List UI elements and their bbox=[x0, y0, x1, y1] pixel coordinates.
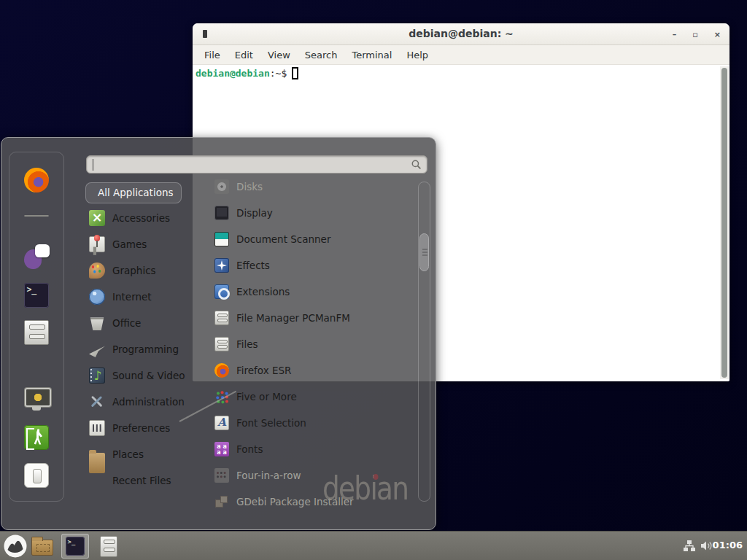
desktop: debian@debian: ~ –▫× FileEditViewSearchT… bbox=[0, 0, 747, 560]
category-recent-files[interactable]: Recent Files bbox=[83, 467, 207, 494]
minimize-button[interactable]: – bbox=[673, 31, 677, 39]
prompt-suffix: :~$ bbox=[270, 68, 287, 79]
programming-icon bbox=[89, 341, 105, 357]
font-selection-icon bbox=[214, 416, 229, 430]
category-games[interactable]: Games bbox=[83, 231, 207, 257]
favorite-file-cabinet[interactable] bbox=[24, 320, 49, 348]
four-in-a-row-icon bbox=[214, 468, 229, 483]
maximize-button[interactable]: ▫ bbox=[692, 31, 697, 39]
terminal-menu-terminal[interactable]: Terminal bbox=[344, 50, 399, 61]
favorite-screensaver[interactable] bbox=[24, 386, 49, 414]
category-internet[interactable]: Internet bbox=[83, 284, 207, 310]
search-input[interactable] bbox=[91, 157, 405, 172]
file-cabinet-icon bbox=[214, 337, 229, 351]
sound-video-icon bbox=[89, 368, 105, 384]
category-label: Places bbox=[112, 448, 144, 460]
app-label: Display bbox=[236, 207, 273, 219]
app-label: Five or More bbox=[236, 391, 297, 402]
category-label: Sound & Video bbox=[112, 370, 185, 381]
favorite-software[interactable] bbox=[24, 206, 49, 219]
category-graphics[interactable]: Graphics bbox=[83, 257, 207, 284]
category-sound-video[interactable]: Sound & Video bbox=[83, 362, 207, 389]
search-icon bbox=[411, 160, 422, 170]
app-item-gdebi-package-installer: GDebi Package Installer bbox=[206, 489, 417, 515]
terminal-menu-view[interactable]: View bbox=[260, 50, 298, 61]
category-accessories[interactable]: Accessories bbox=[83, 205, 207, 231]
category-label: Administration bbox=[112, 396, 185, 408]
app-list: DisksDisplayDocument ScannerEffectsExten… bbox=[206, 174, 417, 518]
file-cabinet-icon bbox=[100, 536, 117, 557]
terminal-scrollbar-thumb[interactable] bbox=[721, 68, 727, 378]
favorite-terminal[interactable] bbox=[24, 283, 49, 311]
terminal-menu-file[interactable]: File bbox=[197, 50, 228, 61]
app-item-effects[interactable]: Effects bbox=[206, 252, 417, 279]
application-menu: All Applications AccessoriesGamesGraphic… bbox=[1, 137, 436, 530]
favorites-column bbox=[9, 152, 64, 502]
accessories-icon bbox=[89, 210, 105, 226]
pidgin-icon bbox=[24, 244, 49, 269]
terminal-menu-edit[interactable]: Edit bbox=[228, 50, 260, 61]
prompt-user: debian@debian bbox=[196, 68, 270, 79]
category-places[interactable]: Places bbox=[83, 441, 207, 467]
terminal-menu-help[interactable]: Help bbox=[399, 50, 436, 61]
app-label: Fonts bbox=[236, 443, 263, 455]
terminal-titlebar[interactable]: debian@debian: ~ –▫× bbox=[193, 23, 729, 45]
window-buttons: –▫× bbox=[673, 23, 721, 45]
fonts-icon bbox=[214, 442, 229, 456]
favorite-firefox[interactable] bbox=[24, 168, 49, 195]
folder-icon bbox=[31, 540, 53, 556]
app-item-files[interactable]: Files bbox=[206, 331, 417, 357]
category-programming[interactable]: Programming bbox=[83, 336, 207, 362]
category-office[interactable]: Office bbox=[83, 310, 207, 336]
app-label: Document Scanner bbox=[236, 233, 330, 245]
file-cabinet-icon bbox=[214, 311, 229, 325]
menu-logo-icon bbox=[4, 534, 27, 558]
files-launcher[interactable] bbox=[98, 535, 120, 557]
category-administration[interactable]: Administration bbox=[83, 389, 207, 415]
terminal-icon bbox=[66, 537, 85, 556]
app-item-disks: Disks bbox=[206, 174, 417, 200]
app-label: Firefox ESR bbox=[236, 365, 291, 376]
network-icon[interactable] bbox=[683, 540, 696, 551]
office-icon bbox=[89, 315, 105, 331]
file-cabinet-icon bbox=[24, 320, 49, 345]
category-preferences[interactable]: Preferences bbox=[83, 415, 207, 441]
app-item-five-or-more[interactable]: Five or More bbox=[206, 384, 417, 410]
category-label: Games bbox=[112, 238, 147, 250]
app-item-file-manager-pcmanfm[interactable]: File Manager PCManFM bbox=[206, 305, 417, 331]
favorite-logout[interactable] bbox=[24, 425, 49, 453]
display-icon bbox=[214, 206, 229, 220]
file-manager-launcher[interactable] bbox=[31, 536, 54, 556]
app-item-document-scanner[interactable]: Document Scanner bbox=[206, 226, 417, 252]
category-label: Preferences bbox=[112, 422, 170, 434]
app-item-firefox-esr[interactable]: Firefox ESR bbox=[206, 357, 417, 384]
taskbar-clock: 01:06 bbox=[713, 540, 743, 551]
terminal-title: debian@debian: ~ bbox=[193, 28, 729, 39]
app-label: Four-in-a-row bbox=[236, 470, 301, 481]
app-item-fonts[interactable]: Fonts bbox=[206, 436, 417, 462]
menu-scrollbar[interactable] bbox=[418, 182, 430, 502]
effects-icon bbox=[214, 258, 229, 273]
volume-icon[interactable] bbox=[700, 540, 713, 551]
category-label: Internet bbox=[112, 291, 152, 303]
app-item-display[interactable]: Display bbox=[206, 200, 417, 226]
firefox-icon bbox=[214, 363, 229, 378]
category-label: Recent Files bbox=[112, 475, 171, 486]
shutdown-icon bbox=[24, 463, 49, 488]
graphics-icon bbox=[89, 262, 105, 279]
favorite-shutdown[interactable] bbox=[24, 463, 49, 491]
category-list: AccessoriesGamesGraphicsInternetOfficePr… bbox=[83, 205, 207, 494]
favorite-pidgin[interactable] bbox=[24, 244, 49, 272]
terminal-launcher[interactable] bbox=[61, 534, 89, 559]
app-item-font-selection[interactable]: Font Selection bbox=[206, 410, 417, 436]
menu-button[interactable] bbox=[4, 534, 27, 558]
terminal-scrollbar[interactable] bbox=[720, 66, 729, 379]
category-all-applications[interactable]: All Applications bbox=[85, 182, 182, 203]
terminal-menu-search[interactable]: Search bbox=[298, 50, 345, 61]
search-box bbox=[86, 155, 427, 174]
terminal-icon bbox=[24, 283, 49, 308]
close-button[interactable]: × bbox=[714, 31, 721, 39]
menu-scrollbar-thumb[interactable] bbox=[419, 233, 429, 271]
terminal-menubar: FileEditViewSearchTerminalHelp bbox=[193, 45, 729, 65]
app-item-extensions[interactable]: Extensions bbox=[206, 279, 417, 305]
